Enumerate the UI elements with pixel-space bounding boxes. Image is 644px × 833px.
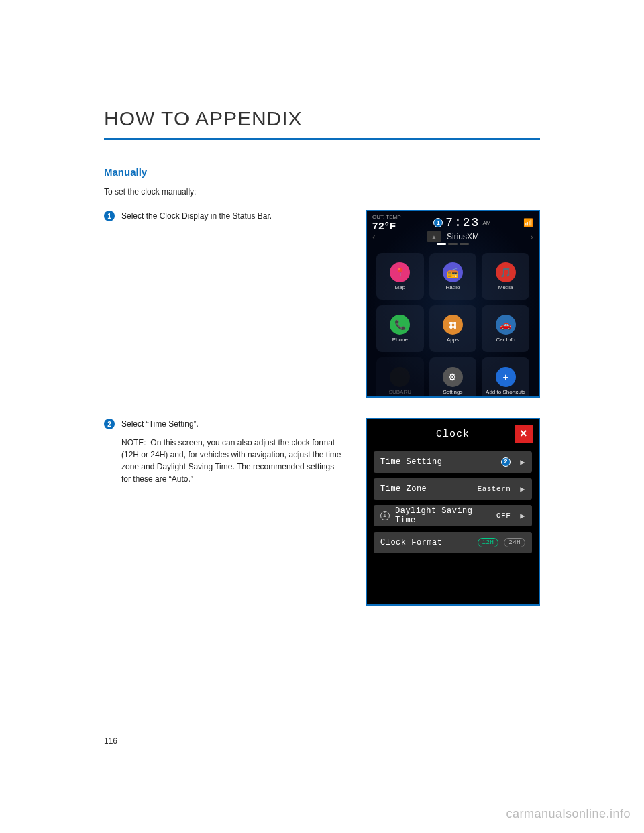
app-tile-subaru[interactable]: SUBARU: [376, 357, 424, 398]
next-source-icon[interactable]: ›: [530, 231, 533, 242]
screenshot-clock: Clock × Time Setting 2 ▶ Time Zone Easte…: [366, 418, 540, 606]
apps-icon: ▦: [443, 315, 463, 335]
chevron-right-icon: ▶: [520, 457, 525, 467]
step-row-2: 2 Select “Time Setting”. NOTE: On this s…: [104, 418, 540, 606]
format-24h-button[interactable]: 24H: [504, 538, 525, 547]
time-zone-label: Time Zone: [380, 484, 472, 494]
app-tile-car-info[interactable]: 🚗Car Info: [482, 305, 529, 352]
app-tile-apps[interactable]: ▦Apps: [429, 305, 477, 352]
media-icon: 🎵: [496, 262, 516, 282]
app-tile-settings[interactable]: ⚙Settings: [429, 357, 477, 398]
temp-unit: °F: [385, 220, 396, 231]
dst-value: OFF: [496, 512, 511, 520]
row-dst[interactable]: i Daylight Saving Time OFF ▶: [374, 505, 532, 526]
prev-source-icon[interactable]: ‹: [372, 231, 376, 242]
step-1-bullet: 1: [104, 211, 115, 221]
app-tile-media[interactable]: 🎵Media: [482, 253, 529, 300]
time-zone-value: Eastern: [478, 485, 511, 493]
radio-icon: 📻: [443, 262, 463, 282]
step-2-bullet: 2: [104, 419, 115, 429]
callout-2-icon: 2: [501, 457, 511, 467]
app-label: Car Info: [496, 337, 515, 343]
step-row-1: 1 Select the Clock Display in the Status…: [104, 210, 540, 398]
format-12h-button[interactable]: 12H: [478, 538, 499, 547]
clock-screen-title-bar: Clock ×: [367, 419, 539, 449]
phone-icon: 📞: [390, 315, 410, 335]
section-subheading: Manually: [104, 166, 540, 178]
app-tile-phone[interactable]: 📞Phone: [376, 305, 424, 352]
page-indicator: [367, 243, 539, 245]
app-label: Radio: [446, 285, 460, 291]
app-tile-radio[interactable]: 📻Radio: [429, 253, 477, 300]
app-label: Media: [498, 285, 513, 291]
step-1-text: 1 Select the Clock Display in the Status…: [104, 210, 345, 398]
row-time-setting[interactable]: Time Setting 2 ▶: [374, 451, 532, 473]
source-row: ‹ ▲ SiriusXM ›: [367, 231, 539, 242]
watermark: carmanualsonline.info: [506, 807, 631, 821]
app-label: Map: [395, 285, 406, 291]
clock-display[interactable]: 1 7:23 AM: [433, 216, 490, 229]
source-label: SiriusXM: [447, 232, 479, 241]
temp-block: OUT. TEMP 72°F: [372, 214, 401, 231]
info-icon[interactable]: i: [380, 511, 390, 520]
clock-format-label: Clock Format: [380, 538, 472, 547]
screenshot-home: OUT. TEMP 72°F 1 7:23 AM 📶 ‹ ▲ SiriusXM …: [366, 210, 540, 398]
clock-time: 7:23: [445, 216, 480, 229]
out-temp-label: OUT. TEMP: [372, 214, 401, 220]
app-label: Settings: [443, 390, 463, 396]
add-to-shortcuts-icon: +: [496, 367, 516, 387]
note-label: NOTE:: [121, 438, 146, 447]
settings-icon: ⚙: [443, 367, 463, 387]
map-icon: 📍: [390, 262, 410, 282]
step-2-text: 2 Select “Time Setting”. NOTE: On this s…: [104, 418, 345, 606]
app-grid: 📍Map📻Radio🎵Media📞Phone▦Apps🚗Car InfoSUBA…: [367, 249, 539, 398]
temp-value: 72: [372, 220, 385, 231]
app-tile-add-to-shortcuts[interactable]: +Add to Shortcuts: [482, 357, 529, 398]
close-button[interactable]: ×: [515, 425, 533, 443]
section-intro: To set the clock manually:: [104, 187, 540, 197]
page-number: 116: [104, 736, 117, 746]
app-label: SUBARU: [389, 390, 411, 396]
clock-ampm: AM: [482, 220, 490, 226]
status-bar: OUT. TEMP 72°F 1 7:23 AM 📶: [367, 211, 539, 231]
close-icon: ×: [520, 427, 528, 441]
app-tile-map[interactable]: 📍Map: [376, 253, 424, 300]
page-title: HOW TO APPENDIX: [104, 107, 540, 130]
wifi-icon: 📶: [523, 218, 533, 227]
clock-screen-title: Clock: [436, 429, 470, 440]
step-2-note: NOTE: On this screen, you can also adjus…: [121, 437, 345, 485]
note-text: On this screen, you can also adjust the …: [121, 438, 341, 484]
dst-label: Daylight Saving Time: [395, 506, 491, 525]
time-setting-label: Time Setting: [380, 457, 496, 467]
title-rule: [104, 138, 540, 140]
chevron-right-icon: ▶: [520, 511, 525, 521]
app-label: Add to Shortcuts: [486, 390, 525, 396]
car-info-icon: 🚗: [496, 315, 516, 335]
step-2-body: Select “Time Setting”.: [121, 418, 345, 430]
app-label: Phone: [392, 337, 408, 343]
app-label: Apps: [447, 337, 459, 343]
album-art-icon: ▲: [427, 231, 441, 242]
callout-1-icon: 1: [433, 218, 443, 227]
chevron-right-icon: ▶: [520, 484, 525, 494]
subaru-icon: [390, 367, 410, 387]
row-time-zone[interactable]: Time Zone Eastern ▶: [374, 478, 532, 500]
step-1-body: Select the Clock Display in the Status B…: [121, 210, 272, 222]
row-clock-format: Clock Format 12H 24H: [374, 532, 532, 553]
